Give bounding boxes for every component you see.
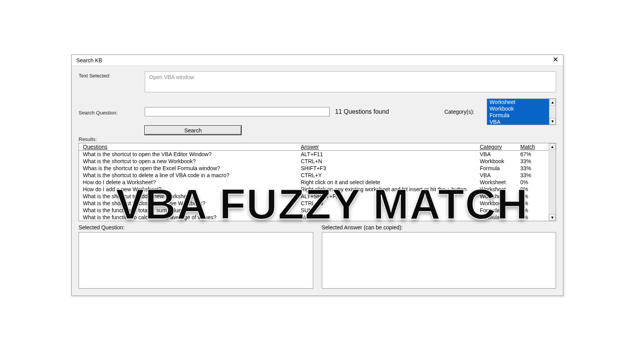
result-match: 0%	[520, 186, 544, 193]
result-match: 33%	[520, 172, 544, 179]
results-table: Questions Answer Category Match What is …	[79, 143, 549, 221]
categories-list: Worksheet Workbook Formula VBA	[487, 99, 549, 125]
result-match: 0%	[520, 214, 544, 221]
result-match: 0%	[520, 200, 544, 207]
result-category: VBA	[480, 172, 520, 179]
text-selected-row: Text Selected: Open VBA window	[79, 71, 556, 92]
category-item[interactable]: VBA	[487, 119, 549, 125]
result-match: 67%	[520, 151, 544, 158]
selected-question-box[interactable]	[79, 232, 313, 289]
result-row[interactable]: How do I delete a Worksheet?Right click …	[79, 179, 549, 186]
scroll-up-icon[interactable]: ▲	[549, 143, 556, 150]
result-row[interactable]: How do I add a new Worksheet?Right click…	[79, 186, 549, 193]
result-category: VBA	[480, 151, 520, 158]
header-questions: Questions	[83, 143, 301, 150]
results-listbox: Questions Answer Category Match What is …	[79, 143, 556, 221]
result-question: What is the function to total or sum val…	[83, 207, 301, 214]
text-selected-label: Text Selected:	[79, 71, 145, 79]
results-header: Questions Answer Category Match	[79, 143, 549, 151]
result-category: Workbook	[480, 200, 520, 207]
questions-found-label: 11 Questions found	[335, 108, 389, 115]
result-category: Worksheet	[480, 186, 520, 193]
text-selected-box[interactable]: Open VBA window	[145, 71, 556, 92]
result-match: 0%	[520, 207, 544, 214]
result-row[interactable]: Whas is the shortcut to open the Excel F…	[79, 165, 549, 172]
result-match: 0%	[520, 193, 544, 200]
search-kb-dialog: Search KB ✕ Text Selected: Open VBA wind…	[71, 55, 563, 296]
result-answer: AVG	[301, 214, 480, 221]
result-answer: Right click on any existing worksheet an…	[301, 186, 480, 193]
category-item[interactable]: Formula	[487, 112, 549, 119]
window-title: Search KB	[76, 57, 102, 63]
result-answer: CTRL+N	[301, 158, 480, 165]
close-icon[interactable]: ✕	[551, 56, 560, 65]
result-question: What is the shortcut to open the VBA Edi…	[83, 151, 301, 158]
result-match: 33%	[520, 165, 544, 172]
result-question: What is the shortcut to delete a line of…	[83, 172, 301, 179]
result-row[interactable]: What is the shortcut to open the VBA Edi…	[79, 151, 549, 158]
scroll-down-icon[interactable]: ▼	[549, 214, 556, 221]
result-answer: CTRL+Y	[301, 172, 480, 179]
result-answer: ALT+F11	[301, 151, 480, 158]
results-scrollbar[interactable]: ▲ ▼	[549, 143, 556, 221]
selected-question-col: Selected Question:	[79, 224, 313, 289]
result-row[interactable]: What is the function to calculate the av…	[79, 214, 549, 221]
result-match: 33%	[520, 158, 544, 165]
selected-answer-label: Selected Answer (can be copied):	[322, 224, 556, 231]
selected-answer-box[interactable]	[322, 232, 556, 289]
dialog-content: Text Selected: Open VBA window Search Qu…	[72, 66, 563, 292]
results-label: Results:	[79, 135, 145, 142]
result-row[interactable]: What is the shortcut to add a new Worksh…	[79, 193, 549, 200]
result-question: What is the shortcut to close the Active…	[83, 200, 301, 207]
category-item[interactable]: Workbook	[487, 106, 549, 112]
result-question: Whas is the shortcut to open the Excel F…	[83, 165, 301, 172]
result-category: Workbook	[480, 158, 520, 165]
categories-label: Category(s):	[444, 109, 474, 115]
result-question: What is the function to calculate the av…	[83, 214, 301, 221]
scroll-up-icon[interactable]: ▲	[549, 99, 556, 106]
result-row[interactable]: What is the shortcut to delete a line of…	[79, 172, 549, 179]
result-category: Formula	[480, 207, 520, 214]
categories-listbox[interactable]: Worksheet Workbook Formula VBA ▲ ▼	[487, 99, 556, 125]
search-button-row: Search	[79, 126, 556, 135]
search-question-input[interactable]	[145, 107, 330, 116]
header-match: Match	[520, 143, 544, 150]
titlebar: Search KB ✕	[72, 55, 563, 66]
result-category: Worksheet	[480, 193, 520, 200]
result-category: Formula	[480, 165, 520, 172]
search-button[interactable]: Search	[145, 126, 241, 135]
result-answer: SUM	[301, 207, 480, 214]
header-answer: Answer	[301, 143, 480, 150]
categories-scrollbar[interactable]: ▲ ▼	[549, 99, 556, 125]
result-question: What is the shortcut to add a new Worksh…	[83, 193, 301, 200]
selected-answer-col: Selected Answer (can be copied):	[322, 224, 556, 289]
result-category: Formula	[480, 214, 520, 221]
result-category: Worksheet	[480, 179, 520, 186]
result-row[interactable]: What is the function to total or sum val…	[79, 207, 549, 214]
result-match: 0%	[520, 179, 544, 186]
results-body: What is the shortcut to open the VBA Edi…	[79, 151, 549, 221]
result-answer: CTRL+W	[301, 200, 480, 207]
result-row[interactable]: What is the shortcut to close the Active…	[79, 200, 549, 207]
result-answer: SHIFT+F3	[301, 165, 480, 172]
result-question: How do I add a new Worksheet?	[83, 186, 301, 193]
result-answer: Right click on it and select delete	[301, 179, 480, 186]
search-row: Search Question: 11 Questions found Cate…	[79, 99, 556, 125]
selected-question-label: Selected Question:	[79, 224, 313, 231]
result-question: How do I delete a Worksheet?	[83, 179, 301, 186]
category-item[interactable]: Worksheet	[487, 99, 549, 106]
result-answer: ALT+SHIFT+F1	[301, 193, 480, 200]
search-question-label: Search Question:	[79, 108, 145, 116]
scroll-down-icon[interactable]: ▼	[549, 118, 556, 125]
result-question: What is the shortcut to open a new Workb…	[83, 158, 301, 165]
bottom-row: Selected Question: Selected Answer (can …	[79, 224, 556, 289]
header-category: Category	[480, 143, 520, 150]
result-row[interactable]: What is the shortcut to open a new Workb…	[79, 158, 549, 165]
